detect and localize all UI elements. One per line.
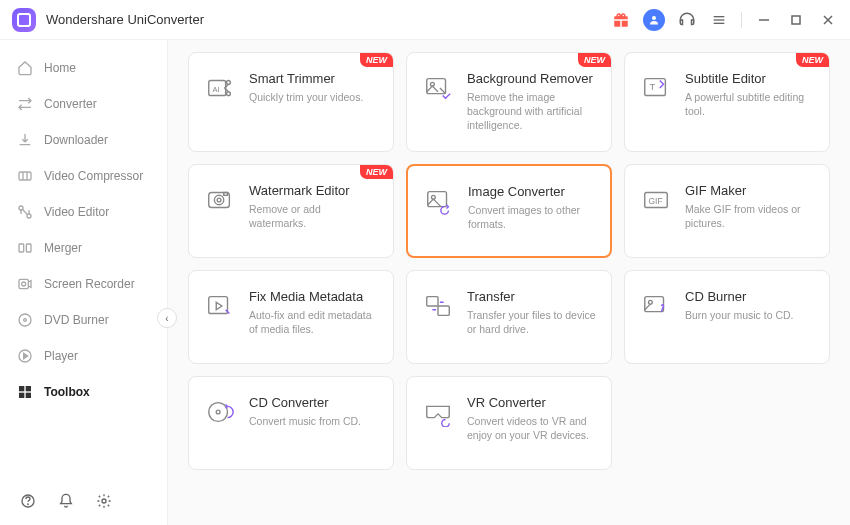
card-gif-maker[interactable]: GIFGIF MakerMake GIF from videos or pict… [624,164,830,258]
watermark-icon [203,183,237,217]
card-title: Background Remover [467,71,597,86]
home-icon [16,59,34,77]
subtitle-icon: T [639,71,673,105]
card-desc: Convert images to other formats. [468,203,596,231]
svg-point-35 [217,198,221,202]
sidebar-item-video-editor[interactable]: Video Editor [0,194,167,230]
card-watermark-editor[interactable]: NEWWatermark EditorRemove or add waterma… [188,164,394,258]
sidebar-item-merger[interactable]: Merger [0,230,167,266]
card-desc: Auto-fix and edit metadata of media file… [249,308,379,336]
card-cd-burner[interactable]: CD BurnerBurn your music to CD. [624,270,830,364]
card-title: Smart Trimmer [249,71,363,86]
card-title: Transfer [467,289,597,304]
card-image-converter[interactable]: Image ConverterConvert images to other f… [406,164,612,258]
svg-rect-12 [26,244,31,252]
card-title: Watermark Editor [249,183,379,198]
card-title: Fix Media Metadata [249,289,379,304]
svg-rect-36 [224,192,228,195]
sidebar-item-label: Converter [44,97,97,111]
svg-text:GIF: GIF [649,195,663,205]
collapse-button[interactable]: ‹ [157,308,177,328]
gift-icon[interactable] [611,10,631,30]
settings-icon[interactable] [94,491,114,511]
metadata-icon [203,289,237,323]
menu-icon[interactable] [709,10,729,30]
svg-rect-37 [428,191,447,206]
new-badge: NEW [578,53,611,67]
svg-rect-21 [26,393,31,398]
bgremove-icon [421,71,455,105]
sidebar-item-label: Player [44,349,78,363]
toolbox-icon [16,383,34,401]
recorder-icon [16,275,34,293]
editor-icon [16,203,34,221]
sidebar-item-downloader[interactable]: Downloader [0,122,167,158]
sidebar-item-home[interactable]: Home [0,50,167,86]
svg-text:T: T [649,82,655,92]
svg-rect-41 [209,296,228,313]
svg-point-45 [649,300,653,304]
sidebar-item-video-compressor[interactable]: Video Compressor [0,158,167,194]
close-icon[interactable] [818,10,838,30]
card-vr-converter[interactable]: VR ConverterConvert videos to VR and enj… [406,376,612,470]
converter-icon [16,95,34,113]
maximize-icon[interactable] [786,10,806,30]
card-title: CD Converter [249,395,361,410]
cdburn-icon [639,289,673,323]
svg-rect-42 [427,296,438,305]
sidebar-item-player[interactable]: Player [0,338,167,374]
sidebar-item-label: Video Editor [44,205,109,219]
card-title: GIF Maker [685,183,815,198]
card-desc: Remove the image background with artific… [467,90,597,133]
sidebar: HomeConverterDownloaderVideo CompressorV… [0,40,168,525]
sidebar-item-label: Video Compressor [44,169,143,183]
new-badge: NEW [360,53,393,67]
trimmer-icon: AI [203,71,237,105]
bell-icon[interactable] [56,491,76,511]
sidebar-item-converter[interactable]: Converter [0,86,167,122]
card-title: Subtitle Editor [685,71,815,86]
cdconv-icon [203,395,237,429]
svg-rect-8 [19,172,31,180]
card-transfer[interactable]: TransferTransfer your files to device or… [406,270,612,364]
imageconv-icon [422,184,456,218]
sidebar-item-label: Screen Recorder [44,277,135,291]
card-background-remover[interactable]: NEWBackground RemoverRemove the image ba… [406,52,612,152]
sidebar-item-label: Downloader [44,133,108,147]
card-desc: Transfer your files to device or hard dr… [467,308,597,336]
svg-rect-18 [19,386,24,391]
card-fix-media-metadata[interactable]: Fix Media MetadataAuto-fix and edit meta… [188,270,394,364]
card-desc: Remove or add watermarks. [249,202,379,230]
svg-rect-44 [645,296,664,311]
svg-point-14 [22,282,26,286]
card-desc: Convert videos to VR and enjoy on your V… [467,414,597,442]
merger-icon [16,239,34,257]
svg-point-28 [227,92,231,96]
card-title: VR Converter [467,395,597,410]
sidebar-item-label: Toolbox [44,385,90,399]
svg-point-16 [24,319,27,322]
sidebar-item-dvd-burner[interactable]: DVD Burner [0,302,167,338]
new-badge: NEW [360,165,393,179]
card-desc: Make GIF from videos or pictures. [685,202,815,230]
sidebar-item-screen-recorder[interactable]: Screen Recorder [0,266,167,302]
compressor-icon [16,167,34,185]
card-smart-trimmer[interactable]: NEWAISmart TrimmerQuickly trim your vide… [188,52,394,152]
card-title: Image Converter [468,184,596,199]
minimize-icon[interactable] [754,10,774,30]
card-cd-converter[interactable]: CD ConverterConvert music from CD. [188,376,394,470]
user-icon[interactable] [643,9,665,31]
support-icon[interactable] [677,10,697,30]
card-subtitle-editor[interactable]: NEWTSubtitle EditorA powerful subtitle e… [624,52,830,152]
svg-rect-11 [19,244,24,252]
titlebar: Wondershare UniConverter [0,0,850,40]
player-icon [16,347,34,365]
sidebar-item-toolbox[interactable]: Toolbox [0,374,167,410]
transfer-icon [421,289,455,323]
dvd-icon [16,311,34,329]
new-badge: NEW [796,53,829,67]
app-title: Wondershare UniConverter [46,12,204,27]
svg-point-27 [227,81,231,85]
card-desc: Convert music from CD. [249,414,361,428]
help-icon[interactable] [18,491,38,511]
